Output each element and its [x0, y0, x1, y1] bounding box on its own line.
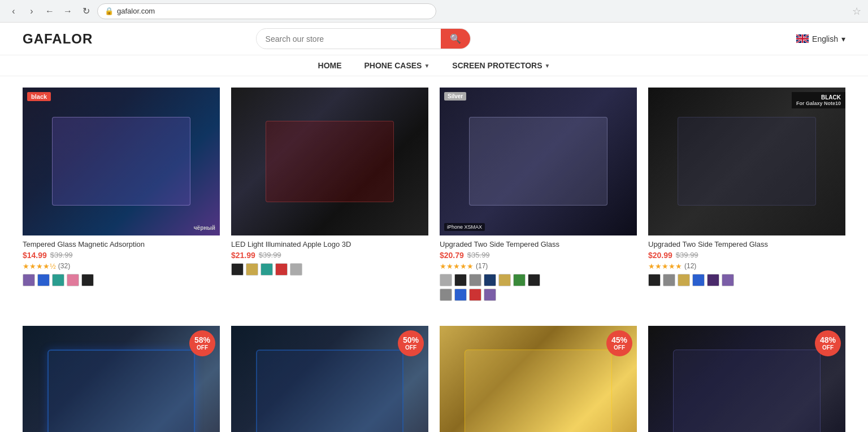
swatch[interactable]: [469, 274, 481, 286]
product-image-2: [231, 88, 428, 235]
sale-price-1: $14.99: [23, 251, 47, 260]
orig-price-2: $39.99: [259, 251, 281, 259]
swatch[interactable]: [37, 274, 50, 286]
product-card-7[interactable]: 45% OFF Gold+ Transparent Glass Upgraded…: [440, 326, 637, 432]
swatch[interactable]: [513, 274, 526, 286]
url-text: gafalor.com: [117, 7, 429, 15]
color-swatches-3b: [440, 289, 637, 301]
product-card-5[interactable]: 58% OFF Black & Blue + Glass Upgraded Tw…: [23, 326, 220, 432]
search-button[interactable]: 🔍: [441, 29, 470, 49]
sale-price-3: $20.79: [440, 251, 464, 260]
swatch[interactable]: [231, 263, 244, 276]
nav-screen-protectors[interactable]: SCREEN PROTECTORS ▼: [452, 61, 550, 70]
product-card-6[interactable]: 50% OFF Black & Blue + Glass Upgraded Tw…: [231, 326, 428, 432]
swatch[interactable]: [290, 263, 302, 276]
product-image-6: 50% OFF Black & Blue + Glass: [231, 326, 428, 432]
product-info-1: Tempered Glass Magnetic Adsorption $14.9…: [23, 235, 220, 289]
product-info-4: Upgraded Two Side Tempered Glass $20.99 …: [648, 235, 845, 289]
swatch[interactable]: [469, 289, 481, 301]
product-card-4[interactable]: BLACK For Galaxy Note10 Upgraded Two Sid…: [648, 88, 845, 303]
search-bar: 🔍: [256, 28, 471, 49]
product-rating-1: ★★★★½ (32): [23, 262, 220, 270]
product-info-3: Upgraded Two Side Tempered Glass $20.79 …: [440, 235, 637, 303]
swatch[interactable]: [81, 274, 94, 286]
nav-phone-cases[interactable]: PHONE CASES ▼: [364, 61, 430, 70]
swatch[interactable]: [52, 274, 64, 286]
discount-badge-7: 45% OFF: [606, 330, 632, 356]
discount-badge-8: 48% OFF: [815, 330, 841, 356]
swatch[interactable]: [23, 274, 35, 286]
product-grid-row2: 58% OFF Black & Blue + Glass Upgraded Tw…: [0, 315, 868, 432]
product-card-2[interactable]: LED Light Illuminated Apple Logo 3D $21.…: [231, 88, 428, 303]
uk-flag-icon: [796, 34, 809, 43]
swatch[interactable]: [440, 289, 452, 301]
product-price-1: $14.99 $39.99: [23, 251, 220, 260]
discount-badge-5: 58% OFF: [189, 330, 215, 356]
swatch[interactable]: [663, 274, 675, 286]
swatch[interactable]: [275, 263, 288, 276]
stars-4: ★★★★★: [648, 262, 682, 270]
product-card-3[interactable]: Silver iPhone XSMAX Upgraded Two Side Te…: [440, 88, 637, 303]
swatch[interactable]: [722, 274, 734, 286]
color-swatches-1: [23, 274, 220, 286]
swatch[interactable]: [707, 274, 719, 286]
sale-price-4: $20.99: [648, 251, 672, 260]
product-price-4: $20.99 $39.99: [648, 251, 845, 260]
swatch[interactable]: [528, 274, 540, 286]
product-card-1[interactable]: чёрный black Tempered Glass Magnetic Ads…: [23, 88, 220, 303]
chevron-down-icon: ▼: [424, 63, 429, 69]
language-selector[interactable]: English ▾: [796, 34, 845, 43]
swatch[interactable]: [648, 274, 661, 286]
product-title-4: Upgraded Two Side Tempered Glass: [648, 240, 845, 248]
product-image-5: 58% OFF Black & Blue + Glass: [23, 326, 220, 432]
discount-badge-6: 50% OFF: [398, 330, 424, 356]
product-title-1: Tempered Glass Magnetic Adsorption: [23, 240, 220, 248]
chevron-down-icon: ▼: [545, 63, 550, 69]
back-button[interactable]: ‹: [7, 5, 20, 18]
forward-button[interactable]: ›: [25, 5, 38, 18]
chevron-down-icon: ▾: [841, 34, 845, 43]
url-bar[interactable]: 🔒 gafalor.com: [97, 3, 436, 19]
product-title-3: Upgraded Two Side Tempered Glass: [440, 240, 637, 248]
swatch[interactable]: [246, 263, 258, 276]
forward-button2[interactable]: →: [61, 5, 75, 18]
orig-price-1: $39.99: [50, 251, 73, 259]
product-info-2: LED Light Illuminated Apple Logo 3D $21.…: [231, 235, 428, 278]
browser-bar: ‹ › ← → ↻ 🔒 gafalor.com ☆: [0, 0, 868, 23]
swatch[interactable]: [692, 274, 705, 286]
swatch[interactable]: [261, 263, 273, 276]
product-image-7: 45% OFF Gold+ Transparent Glass: [440, 326, 637, 432]
swatch[interactable]: [67, 274, 79, 286]
swatch[interactable]: [454, 274, 467, 286]
nav-home[interactable]: HOME: [318, 61, 342, 70]
refresh-button[interactable]: ↻: [79, 5, 93, 18]
product-grid-row1: чёрный black Tempered Glass Magnetic Ads…: [0, 76, 868, 315]
swatch[interactable]: [678, 274, 690, 286]
lock-icon: 🔒: [105, 7, 114, 15]
site-logo[interactable]: GAFALOR: [23, 31, 93, 47]
stars-3: ★★★★★: [440, 262, 474, 270]
product-rating-3: ★★★★★ (17): [440, 262, 637, 270]
bookmark-icon[interactable]: ☆: [852, 5, 861, 18]
site-nav: HOME PHONE CASES ▼ SCREEN PROTECTORS ▼: [0, 55, 868, 76]
sale-price-2: $21.99: [231, 251, 255, 260]
product-price-3: $20.79 $35.99: [440, 251, 637, 260]
product-image-4: BLACK For Galaxy Note10: [648, 88, 845, 235]
site-header: GAFALOR 🔍 English ▾: [0, 23, 868, 55]
swatch[interactable]: [484, 274, 496, 286]
review-count-1: (32): [58, 262, 70, 270]
color-swatches-2: [231, 263, 428, 276]
orig-price-3: $35.99: [467, 251, 490, 259]
swatch[interactable]: [454, 289, 467, 301]
swatch[interactable]: [484, 289, 496, 301]
product-image-3: Silver iPhone XSMAX: [440, 88, 637, 235]
product-price-2: $21.99 $39.99: [231, 251, 428, 260]
language-label: English: [812, 34, 838, 43]
product-card-8[interactable]: 48% OFF Upgraded Two Side Tempered Glass…: [648, 326, 845, 432]
swatch[interactable]: [440, 274, 452, 286]
search-input[interactable]: [257, 30, 441, 48]
swatch[interactable]: [498, 274, 511, 286]
back-button2[interactable]: ←: [43, 5, 57, 18]
product-image-1: чёрный black: [23, 88, 220, 235]
color-swatches-4: [648, 274, 845, 286]
